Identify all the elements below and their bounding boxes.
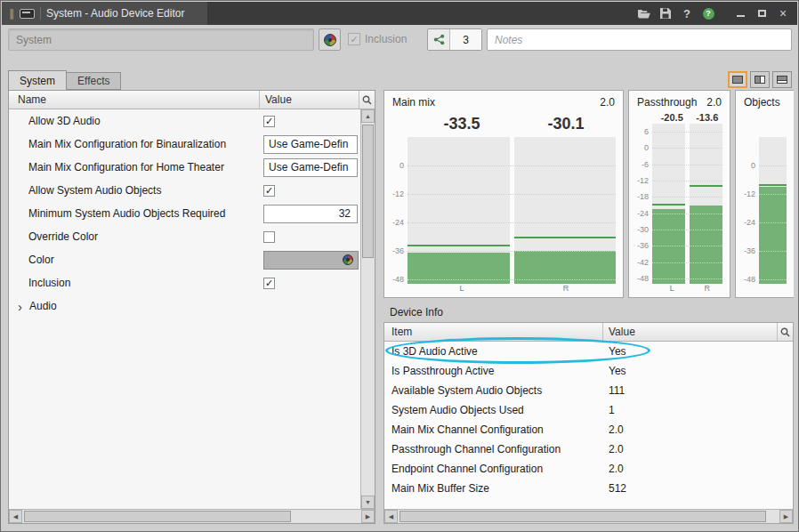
property-row[interactable]: Minimum System Audio Objects Required32	[9, 202, 360, 225]
property-value: ✓	[261, 185, 360, 197]
notes-input[interactable]	[487, 28, 792, 51]
info-button[interactable]: ?	[699, 4, 717, 22]
tab-label: System	[20, 75, 55, 87]
device-info-heading: Device Info	[390, 306, 443, 318]
open-file-button[interactable]	[635, 4, 653, 22]
property-row[interactable]: Inclusion✓	[9, 271, 360, 294]
device-info-row[interactable]: Main Mix Buffer Size512	[384, 479, 793, 498]
help-button[interactable]: ?	[678, 4, 696, 22]
scroll-right-button[interactable]: ▶	[779, 510, 793, 523]
number-field[interactable]: 32	[263, 205, 358, 223]
peak-indicator	[759, 184, 787, 186]
meter-body: 60-6-12-18-24-30-36-42-48	[629, 124, 730, 284]
property-name: Minimum System Audio Objects Required	[9, 207, 261, 220]
column-header-value[interactable]: Value	[603, 323, 777, 341]
property-row[interactable]: Override Color	[9, 225, 360, 248]
search-button[interactable]	[359, 91, 375, 109]
maximize-button[interactable]	[753, 4, 771, 22]
tab-system[interactable]: System	[8, 70, 67, 90]
checkbox[interactable]: ✓	[263, 116, 275, 127]
meter-header: Passthrough2.0	[629, 91, 730, 109]
horizontal-scrollbar[interactable]: ◀ ▶	[384, 509, 793, 523]
scrollbar-thumb[interactable]	[24, 511, 291, 522]
horizontal-scrollbar[interactable]: ◀ ▶	[9, 509, 375, 523]
property-row[interactable]: ›Audio	[9, 294, 360, 318]
checkbox[interactable]	[263, 231, 275, 243]
device-info-row[interactable]: Is 3D Audio ActiveYes	[384, 342, 793, 361]
color-swatch-button[interactable]	[263, 251, 359, 270]
scroll-left-button[interactable]: ◀	[384, 510, 398, 523]
gridline	[652, 246, 722, 246]
scale-tick-label: -30	[637, 225, 649, 234]
layout-single-button[interactable]	[728, 71, 747, 88]
gridline	[408, 251, 616, 252]
scale-tick-label: 0	[644, 143, 649, 152]
dropdown[interactable]: Use Game-Defin	[263, 158, 358, 177]
layout-split-vertical-button[interactable]	[750, 71, 770, 88]
scale-tick-label: -24	[392, 218, 404, 227]
checkbox[interactable]: ✓	[263, 185, 275, 197]
scrollbar-thumb[interactable]	[362, 125, 374, 258]
device-info-row[interactable]: Available System Audio Objects111	[384, 381, 793, 400]
save-button[interactable]	[657, 4, 674, 22]
property-row[interactable]: Allow System Audio Objects✓	[9, 179, 360, 202]
device-info-row[interactable]: Main Mix Channel Configuration2.0	[384, 420, 793, 439]
expander-icon[interactable]: ›	[18, 301, 29, 312]
scroll-right-button[interactable]: ▶	[361, 510, 375, 523]
property-name: Inclusion	[9, 277, 261, 289]
device-info-item: Endpoint Channel Configuration	[384, 463, 603, 475]
meter-title: Main mix	[392, 96, 435, 109]
dock-grip-icon[interactable]: ∥	[9, 7, 14, 20]
property-row[interactable]: Main Mix Configuration for Home TheaterU…	[9, 156, 360, 179]
minimize-button[interactable]	[731, 4, 749, 22]
sharesets-button[interactable]: 3	[427, 28, 482, 51]
close-button[interactable]: ×	[774, 4, 792, 22]
property-row[interactable]: Main Mix Configuration for Binauralizati…	[9, 133, 360, 156]
title-tab[interactable]: ∥ System - Audio Device Editor	[2, 2, 207, 25]
layout-split-horizontal-button[interactable]	[772, 71, 792, 88]
channel-label: R	[692, 284, 723, 297]
peak-value: -30.1	[516, 115, 616, 133]
scroll-up-button[interactable]: ▲	[361, 109, 375, 123]
meter-body: 0-12-24-36-48	[736, 137, 794, 284]
scrollbar-thumb[interactable]	[400, 511, 766, 522]
scroll-down-button[interactable]: ▼	[361, 496, 375, 509]
tab-effects[interactable]: Effects	[67, 72, 121, 90]
peak-indicator	[652, 204, 685, 206]
channel-label: L	[412, 284, 512, 297]
checkbox[interactable]: ✓	[263, 278, 275, 289]
device-info-row[interactable]: System Audio Objects Used1	[384, 400, 793, 420]
gridline	[408, 279, 616, 280]
object-name-field[interactable]	[8, 28, 314, 51]
scrollbar-track[interactable]	[361, 123, 375, 496]
column-header-value[interactable]: Value	[260, 91, 359, 109]
dropdown[interactable]: Use Game-Defin	[263, 135, 358, 154]
vertical-scrollbar[interactable]: ▲ ▼	[360, 109, 375, 509]
gridline	[759, 194, 787, 195]
tab-label: Effects	[77, 75, 109, 87]
device-info-row[interactable]: Endpoint Channel Configuration2.0	[384, 459, 793, 479]
scroll-left-button[interactable]: ◀	[9, 510, 22, 523]
scrollbar-track[interactable]	[22, 510, 361, 523]
scale-tick-label: -36	[637, 241, 649, 250]
divider	[40, 7, 41, 20]
inclusion-checkbox[interactable]: ✓ Inclusion	[348, 33, 407, 45]
device-info-item: Passthrough Channel Configuration	[384, 443, 603, 455]
meter-title: Objects	[744, 96, 780, 109]
device-info-row[interactable]: Is Passthrough ActiveYes	[384, 361, 793, 381]
meter-scale: 60-6-12-18-24-30-36-42-48	[631, 124, 652, 284]
device-info-row[interactable]: Passthrough Channel Configuration2.0	[384, 439, 793, 459]
gridline	[652, 230, 722, 230]
color-picker-button[interactable]	[319, 28, 341, 51]
titlebar[interactable]: ∥ System - Audio Device Editor ? ? ×	[2, 2, 797, 25]
search-button[interactable]	[777, 323, 793, 341]
property-row[interactable]: Color	[9, 248, 360, 271]
column-header-item[interactable]: Item	[384, 323, 603, 341]
meters-section: Main mix2.0-33.5-30.10-12-24-36-48LRPass…	[383, 90, 794, 298]
scrollbar-track[interactable]	[398, 510, 779, 523]
column-header-name[interactable]: Name	[9, 91, 260, 109]
property-row[interactable]: Allow 3D Audio✓	[9, 109, 360, 133]
property-name: Allow System Audio Objects	[9, 184, 261, 197]
titlebar-buttons: ? ? ×	[635, 4, 797, 22]
spacer	[631, 284, 652, 297]
